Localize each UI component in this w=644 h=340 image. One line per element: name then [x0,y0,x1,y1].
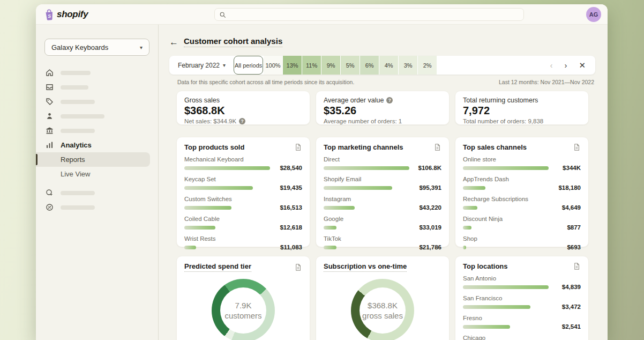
list-item-value: $2,541 [553,323,581,330]
stat-subtext: Total number of orders: 9,838 [463,118,581,124]
donut-card: Subscription vs one-time$368.8Kgross sal… [316,256,450,340]
search-input[interactable] [229,11,519,18]
period-tab[interactable]: 13% [283,56,302,75]
doc-icon [294,263,302,271]
list-item-value: $33,019 [414,224,441,231]
info-icon[interactable]: ? [239,118,245,124]
stat-subtext-label: Total number of orders: 9,838 [463,118,543,124]
sidebar-nav-sub: ReportsLive View [36,152,158,181]
list-item-value: $12,618 [274,224,302,231]
bar-track [463,206,549,210]
bar-fill [463,226,471,230]
list-item-label: Online store [463,156,581,162]
close-icon[interactable]: ✕ [579,61,586,69]
list-item: Shop$693 [463,235,581,250]
list-item-value: $19,435 [274,184,302,191]
sidebar-item[interactable] [36,65,158,80]
metric-list-card: Top products soldMechanical Keyboard$28,… [176,137,310,247]
list-item-label: Discount Ninja [463,216,581,222]
period-tab[interactable]: 100% [264,56,282,75]
bar-fill [324,186,392,190]
bar-line: $877 [463,224,581,231]
avatar[interactable]: AG [586,7,601,22]
stat-card: Total returning customers7,972Total numb… [455,91,589,125]
prev-arrow-icon[interactable]: ‹ [550,61,552,69]
bar-track [463,305,549,309]
sidebar-nav-top [36,65,158,138]
sidebar-item[interactable] [36,123,158,138]
period-tab[interactable]: 3% [399,56,417,75]
list-item-value: $877 [553,224,581,231]
skeleton-label [61,205,95,210]
list-item: Custom Switches$16,513 [184,196,302,211]
bar-line: $19,435 [184,184,302,191]
sidebar-item[interactable] [36,94,158,109]
stat-card: Gross sales$368.8KNet sales: $344.9K? [176,91,310,125]
store-selector[interactable]: Galaxy Keyboards ▾ [44,39,149,56]
sidebar-item[interactable] [36,186,158,200]
period-tab[interactable]: All periods [234,56,263,75]
list-item-label: San Antonio [463,275,581,282]
list-item: Recharge Subscriptions$4,649 [463,196,581,211]
period-tab[interactable]: 4% [379,56,398,75]
metric-list-card: Top locationsSan Antonio$4,839San Franci… [455,256,589,340]
donut-chart: $368.8Kgross sales [351,279,414,340]
period-tab[interactable]: 11% [302,56,321,75]
card-title[interactable]: Predicted spend tier [184,262,251,272]
shopify-wordmark: shopify [57,9,88,20]
card-title[interactable]: Subscription vs one-time [324,262,407,272]
stats-row: Gross sales$368.8KNet sales: $344.9K?Ave… [176,91,589,125]
list-item: Fresno$2,541 [463,315,581,330]
period-tab[interactable]: 5% [341,56,360,75]
list-item: TikTok$21,786 [324,235,441,250]
card-title: Top products sold [184,143,244,151]
sidebar-item-label: Analytics [61,141,92,149]
page-title: Customer cohort analysis [184,36,282,47]
stat-subtext: Net sales: $344.9K? [184,118,302,124]
sidebar-item[interactable] [36,80,158,94]
card-header: Subscription vs one-time [324,262,441,272]
sidebar-item[interactable] [36,200,158,215]
cohort-toolbar: February 2022 ▾ All periods100%13%11%9%5… [169,56,595,75]
bar-fill [463,325,510,329]
info-icon[interactable]: ? [386,97,393,104]
period-tab[interactable]: 6% [360,56,379,75]
stat-label: Gross sales [184,97,302,104]
shopify-logo[interactable]: S shopify [43,8,88,21]
donut-center-line1: $368.8K [368,300,398,311]
global-search[interactable] [214,8,524,21]
next-arrow-icon[interactable]: › [564,61,567,69]
bar-fill [463,246,466,249]
month-selector[interactable]: February 2022 ▾ [169,56,234,75]
shopify-app-window: S shopify AG Galaxy Keyboards ▾ Analytic… [36,4,608,340]
list-item-label: Shopify Email [324,176,441,182]
sidebar-item-reports[interactable]: Reports [36,152,150,167]
card-title: Top locations [463,262,508,270]
month-selector-label: February 2022 [178,62,220,69]
period-tab[interactable]: 2% [418,56,437,75]
bar-fill [184,186,253,190]
sidebar-item-live-view[interactable]: Live View [36,167,150,181]
list-item: Instagram$43,220 [324,196,441,211]
list-item: Keycap Set$19,435 [184,176,302,191]
stat-label: Average order value? [324,97,441,104]
bar-track [324,246,409,249]
page-header: ← Customer cohort analysis [169,36,595,47]
bar-track [463,285,549,289]
period-tab[interactable]: 9% [321,56,340,75]
store-selector-label: Galaxy Keyboards [51,43,108,51]
list-item-label: Mechanical Keyboard [184,156,302,162]
back-arrow-icon[interactable]: ← [169,38,178,47]
sidebar-item-analytics[interactable]: Analytics [36,138,158,152]
bar-fill [463,166,549,170]
bar-track [463,166,549,170]
bar-fill [184,206,231,210]
bar-fill [324,166,409,170]
list-item: Wrist Rests$11,083 [184,235,302,250]
list-item: AppTrends Dash$18,180 [463,176,581,191]
bar-line: $95,391 [324,184,441,191]
donut-center-label: 7.9Kcustomers [220,287,266,334]
sidebar-item[interactable] [36,109,158,123]
list-item-label: Google [324,216,441,222]
stat-label: Total returning customers [463,97,581,104]
